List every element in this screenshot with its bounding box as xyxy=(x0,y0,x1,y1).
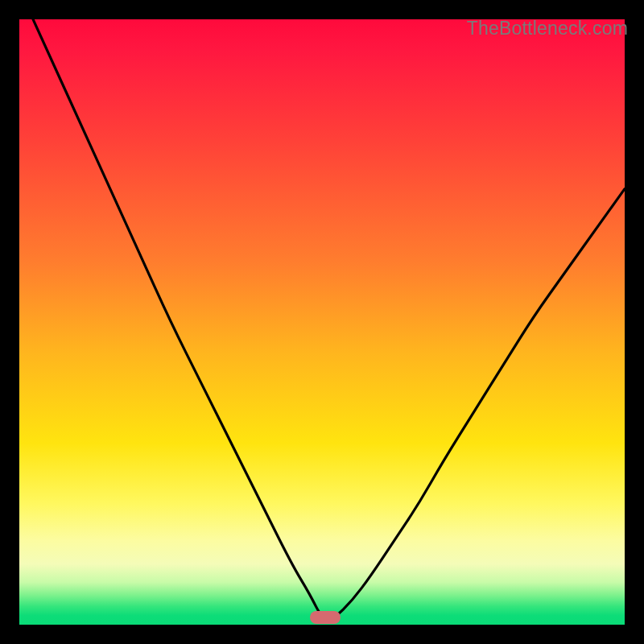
bottleneck-curve xyxy=(19,19,625,625)
watermark-text: TheBottleneck.com xyxy=(467,18,628,39)
plot-area xyxy=(19,19,625,625)
min-marker xyxy=(310,611,341,624)
chart-frame: TheBottleneck.com xyxy=(0,0,644,644)
